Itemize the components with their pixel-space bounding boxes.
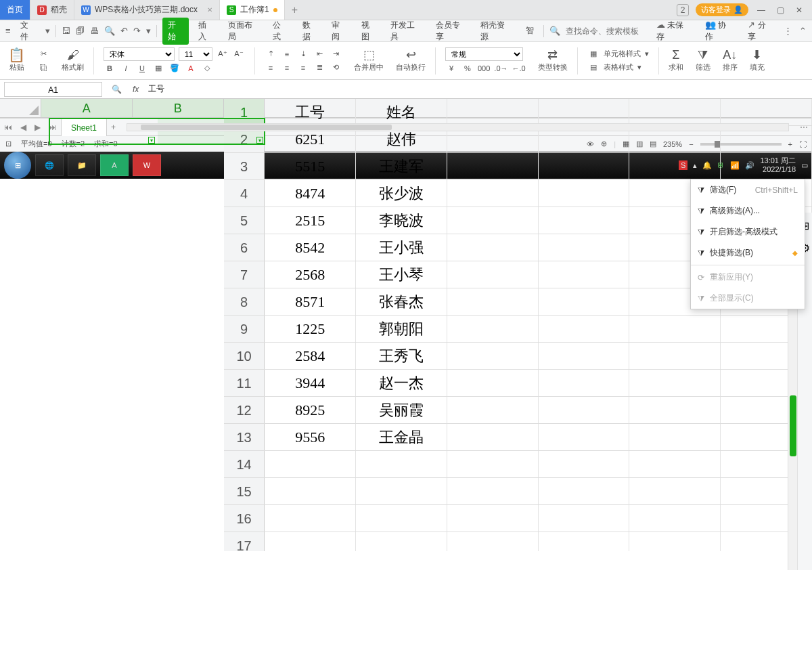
- decrease-font-icon[interactable]: A⁻: [233, 48, 245, 60]
- cell[interactable]: [539, 397, 630, 423]
- cell[interactable]: [447, 261, 539, 288]
- notify-icon[interactable]: 🔔: [702, 161, 712, 170]
- row-header[interactable]: 9: [224, 316, 265, 342]
- eye-icon[interactable]: 👁: [587, 140, 594, 148]
- file-menu[interactable]: 文件: [16, 17, 40, 45]
- cell[interactable]: [539, 370, 630, 396]
- align-bot-icon[interactable]: ⇣: [297, 48, 309, 60]
- cell[interactable]: [721, 99, 812, 125]
- col-header-B[interactable]: B: [133, 99, 224, 117]
- sheet-tab[interactable]: Sheet1: [61, 118, 107, 136]
- cell[interactable]: 1225: [265, 316, 356, 342]
- menu-adv-filter[interactable]: ⧩高级筛选(A)...: [691, 200, 805, 221]
- tray-up-icon[interactable]: ▴: [693, 161, 697, 170]
- format-painter-icon[interactable]: 🖌: [67, 49, 79, 61]
- cell[interactable]: [447, 180, 539, 207]
- dec-inc-icon[interactable]: .0→: [494, 62, 508, 74]
- window-count-badge[interactable]: 2: [677, 4, 689, 16]
- more-icon[interactable]: ⋮: [784, 26, 792, 36]
- cell[interactable]: [265, 505, 356, 532]
- cell[interactable]: [539, 288, 630, 315]
- redo-icon[interactable]: ↷: [133, 26, 141, 36]
- row-header[interactable]: 11: [224, 370, 265, 396]
- cell[interactable]: [447, 397, 539, 423]
- share-button[interactable]: ↗ 分享: [744, 17, 777, 45]
- cell[interactable]: [629, 343, 721, 369]
- cell[interactable]: 2515: [265, 207, 356, 234]
- cell[interactable]: [539, 532, 630, 551]
- align-right-icon[interactable]: ≡: [297, 62, 309, 74]
- cell[interactable]: 郭朝阳: [356, 316, 447, 342]
- ime-icon[interactable]: S: [679, 160, 687, 170]
- row-header[interactable]: 5: [224, 207, 265, 234]
- copy-icon[interactable]: ⿻: [37, 62, 49, 74]
- taskbar-clock[interactable]: 13:01 周二 2022/1/18: [760, 156, 796, 174]
- cell[interactable]: [629, 478, 721, 504]
- cell[interactable]: [539, 505, 630, 532]
- zoom-slider[interactable]: [700, 143, 782, 146]
- menu-data[interactable]: 数据: [298, 17, 322, 45]
- cell[interactable]: [539, 343, 630, 369]
- menu-docer[interactable]: 稻壳资源: [476, 17, 516, 45]
- taskbar-app[interactable]: W: [133, 154, 161, 176]
- cell[interactable]: [447, 153, 539, 179]
- action-center-icon[interactable]: ▭: [801, 161, 808, 170]
- menu-quick-filter[interactable]: ⧩快捷筛选(B)◆: [691, 242, 805, 263]
- cell[interactable]: [539, 180, 630, 207]
- cell[interactable]: 2584: [265, 343, 356, 369]
- menu-filter[interactable]: ⧩筛选(F)Ctrl+Shift+L: [691, 179, 805, 200]
- cut-icon[interactable]: ✂: [37, 48, 49, 60]
- cell[interactable]: [356, 505, 447, 532]
- cell[interactable]: [539, 424, 630, 450]
- cell[interactable]: [629, 370, 721, 396]
- horizontal-scrollbar[interactable]: [127, 123, 789, 131]
- cell[interactable]: [539, 153, 630, 179]
- cell[interactable]: [447, 424, 539, 450]
- name-box[interactable]: A1: [4, 82, 102, 97]
- cell[interactable]: [539, 234, 630, 261]
- cell[interactable]: 9556: [265, 424, 356, 450]
- cell[interactable]: 8571: [265, 288, 356, 315]
- italic-icon[interactable]: I: [120, 62, 132, 74]
- row-header[interactable]: 13: [224, 424, 265, 450]
- volume-icon[interactable]: 🔊: [745, 161, 754, 170]
- cell[interactable]: [356, 532, 447, 551]
- menu-member[interactable]: 会员专享: [432, 17, 472, 45]
- font-name-select[interactable]: 宋体: [104, 47, 175, 61]
- cell[interactable]: [447, 478, 539, 504]
- clear-format-icon[interactable]: ◇: [201, 62, 213, 74]
- row-header[interactable]: 10: [224, 343, 265, 369]
- zoom-out-icon[interactable]: −: [689, 140, 693, 148]
- cell[interactable]: [539, 261, 630, 288]
- increase-font-icon[interactable]: A⁺: [217, 48, 229, 60]
- menu-review[interactable]: 审阅: [328, 17, 351, 45]
- taskbar-app[interactable]: A: [100, 154, 129, 176]
- filter-icon[interactable]: ⧩: [697, 49, 709, 61]
- cell[interactable]: [265, 478, 356, 504]
- cell[interactable]: [447, 532, 539, 551]
- bold-icon[interactable]: B: [104, 62, 116, 74]
- cell[interactable]: [356, 451, 447, 477]
- menu-formula[interactable]: 公式: [269, 17, 292, 45]
- more-icon[interactable]: ⋯: [796, 123, 812, 132]
- cell[interactable]: [447, 99, 539, 125]
- menu-insert[interactable]: 插入: [194, 17, 218, 45]
- cell[interactable]: 王金晶: [356, 424, 447, 450]
- currency-icon[interactable]: ¥: [445, 62, 457, 74]
- spreadsheet-grid[interactable]: A B 1 工号 姓名 2 6251 赵伟 3 5515 王建军 4 8474 …: [0, 99, 812, 570]
- cell[interactable]: [539, 451, 630, 477]
- save-state[interactable]: ☁ 未保存: [652, 17, 694, 45]
- cell[interactable]: 工号: [265, 99, 356, 125]
- cell[interactable]: [629, 397, 721, 423]
- hamburger-icon[interactable]: ≡: [5, 26, 11, 36]
- filter-handle-A[interactable]: ▾: [148, 137, 155, 144]
- zoom-value[interactable]: 235%: [663, 140, 682, 148]
- cellstyle-icon[interactable]: ▦: [587, 48, 600, 60]
- cell[interactable]: [539, 207, 630, 234]
- cell[interactable]: [447, 451, 539, 477]
- scrollbar-thumb[interactable]: [141, 125, 392, 130]
- align-mid-icon[interactable]: ≡: [281, 48, 293, 60]
- sort-icon[interactable]: A↓: [723, 49, 737, 61]
- align-center-icon[interactable]: ≡: [281, 62, 293, 74]
- cell[interactable]: 吴丽霞: [356, 397, 447, 423]
